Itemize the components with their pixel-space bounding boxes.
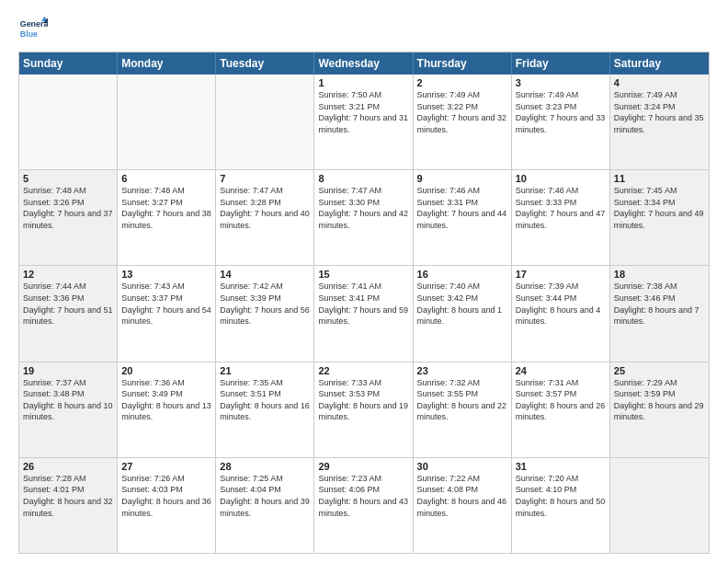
- day-number: 16: [417, 269, 507, 280]
- daylight-text: Daylight: 8 hours and 26 minutes.: [516, 400, 606, 423]
- sunrise-text: Sunrise: 7:48 AM: [23, 185, 113, 197]
- sunset-text: Sunset: 3:21 PM: [318, 101, 408, 113]
- sunrise-text: Sunrise: 7:39 AM: [516, 281, 606, 293]
- day-number: 14: [220, 269, 310, 280]
- cal-cell-empty-0-1: [118, 75, 216, 169]
- day-number: 25: [614, 365, 705, 376]
- daylight-text: Daylight: 7 hours and 56 minutes.: [220, 304, 310, 327]
- sunset-text: Sunset: 3:57 PM: [516, 388, 606, 400]
- cal-cell-22: 22Sunrise: 7:33 AMSunset: 3:53 PMDayligh…: [314, 362, 413, 457]
- sunrise-text: Sunrise: 7:25 AM: [220, 473, 310, 485]
- day-header-sunday: Sunday: [19, 52, 118, 75]
- sunrise-text: Sunrise: 7:49 AM: [516, 89, 606, 101]
- sunset-text: Sunset: 4:08 PM: [417, 484, 507, 496]
- daylight-text: Daylight: 7 hours and 42 minutes.: [318, 208, 408, 231]
- sunset-text: Sunset: 3:49 PM: [121, 388, 211, 400]
- sunrise-text: Sunrise: 7:28 AM: [23, 473, 113, 485]
- day-number: 2: [417, 77, 507, 88]
- cal-cell-21: 21Sunrise: 7:35 AMSunset: 3:51 PMDayligh…: [216, 362, 314, 457]
- daylight-text: Daylight: 8 hours and 7 minutes.: [614, 304, 705, 327]
- day-header-wednesday: Wednesday: [314, 52, 413, 75]
- day-header-thursday: Thursday: [414, 52, 512, 75]
- sunrise-text: Sunrise: 7:31 AM: [516, 377, 606, 389]
- daylight-text: Daylight: 7 hours and 47 minutes.: [516, 208, 606, 231]
- page: General Blue SundayMondayTuesdayWednesda…: [0, 0, 728, 563]
- day-number: 22: [318, 365, 408, 376]
- sunrise-text: Sunrise: 7:47 AM: [220, 185, 310, 197]
- cal-cell-20: 20Sunrise: 7:36 AMSunset: 3:49 PMDayligh…: [118, 362, 216, 457]
- sunset-text: Sunset: 3:33 PM: [516, 197, 606, 209]
- sunrise-text: Sunrise: 7:49 AM: [417, 89, 507, 101]
- day-number: 29: [318, 461, 408, 472]
- sunset-text: Sunset: 4:06 PM: [318, 484, 408, 496]
- sunset-text: Sunset: 3:24 PM: [614, 101, 705, 113]
- daylight-text: Daylight: 8 hours and 43 minutes.: [318, 496, 408, 519]
- calendar-row-3: 12Sunrise: 7:44 AMSunset: 3:36 PMDayligh…: [19, 265, 709, 361]
- daylight-text: Daylight: 7 hours and 38 minutes.: [121, 208, 211, 231]
- sunrise-text: Sunrise: 7:41 AM: [318, 281, 408, 293]
- cal-cell-28: 28Sunrise: 7:25 AMSunset: 4:04 PMDayligh…: [216, 458, 314, 553]
- day-number: 24: [516, 365, 606, 376]
- day-number: 13: [121, 269, 211, 280]
- calendar-row-1: 1Sunrise: 7:50 AMSunset: 3:21 PMDaylight…: [19, 75, 709, 169]
- logo-icon: General Blue: [18, 15, 48, 44]
- sunset-text: Sunset: 4:04 PM: [220, 484, 310, 496]
- cal-cell-29: 29Sunrise: 7:23 AMSunset: 4:06 PMDayligh…: [314, 458, 413, 553]
- calendar-row-4: 19Sunrise: 7:37 AMSunset: 3:48 PMDayligh…: [19, 362, 709, 457]
- cal-cell-31: 31Sunrise: 7:20 AMSunset: 4:10 PMDayligh…: [512, 458, 610, 553]
- sunset-text: Sunset: 3:30 PM: [318, 197, 408, 209]
- day-number: 1: [318, 77, 408, 88]
- cal-cell-18: 18Sunrise: 7:38 AMSunset: 3:46 PMDayligh…: [610, 266, 709, 361]
- daylight-text: Daylight: 8 hours and 39 minutes.: [220, 496, 310, 519]
- day-number: 30: [417, 461, 507, 472]
- cal-cell-16: 16Sunrise: 7:40 AMSunset: 3:42 PMDayligh…: [414, 266, 512, 361]
- daylight-text: Daylight: 7 hours and 37 minutes.: [23, 208, 113, 231]
- day-header-friday: Friday: [512, 52, 610, 75]
- cal-cell-4: 4Sunrise: 7:49 AMSunset: 3:24 PMDaylight…: [610, 75, 709, 169]
- daylight-text: Daylight: 8 hours and 16 minutes.: [220, 400, 310, 423]
- sunset-text: Sunset: 3:48 PM: [23, 388, 113, 400]
- calendar-body: 1Sunrise: 7:50 AMSunset: 3:21 PMDaylight…: [19, 75, 709, 553]
- sunrise-text: Sunrise: 7:47 AM: [318, 185, 408, 197]
- day-number: 21: [220, 365, 310, 376]
- day-number: 4: [614, 77, 705, 88]
- cal-cell-25: 25Sunrise: 7:29 AMSunset: 3:59 PMDayligh…: [610, 362, 709, 457]
- day-number: 18: [614, 269, 705, 280]
- cal-cell-14: 14Sunrise: 7:42 AMSunset: 3:39 PMDayligh…: [216, 266, 314, 361]
- sunrise-text: Sunrise: 7:42 AM: [220, 281, 310, 293]
- sunrise-text: Sunrise: 7:50 AM: [318, 89, 408, 101]
- day-number: 27: [121, 461, 211, 472]
- cal-cell-27: 27Sunrise: 7:26 AMSunset: 4:03 PMDayligh…: [118, 458, 216, 553]
- day-header-tuesday: Tuesday: [216, 52, 314, 75]
- sunrise-text: Sunrise: 7:22 AM: [417, 473, 507, 485]
- daylight-text: Daylight: 8 hours and 29 minutes.: [614, 400, 705, 423]
- sunrise-text: Sunrise: 7:43 AM: [121, 281, 211, 293]
- cal-cell-19: 19Sunrise: 7:37 AMSunset: 3:48 PMDayligh…: [19, 362, 118, 457]
- calendar-row-2: 5Sunrise: 7:48 AMSunset: 3:26 PMDaylight…: [19, 169, 709, 265]
- cal-cell-24: 24Sunrise: 7:31 AMSunset: 3:57 PMDayligh…: [512, 362, 610, 457]
- day-number: 5: [23, 173, 113, 184]
- sunset-text: Sunset: 3:26 PM: [23, 197, 113, 209]
- sunrise-text: Sunrise: 7:45 AM: [614, 185, 705, 197]
- cal-cell-1: 1Sunrise: 7:50 AMSunset: 3:21 PMDaylight…: [314, 75, 413, 169]
- cal-cell-7: 7Sunrise: 7:47 AMSunset: 3:28 PMDaylight…: [216, 170, 314, 265]
- day-number: 26: [23, 461, 113, 472]
- day-number: 31: [516, 461, 606, 472]
- daylight-text: Daylight: 8 hours and 46 minutes.: [417, 496, 507, 519]
- cal-cell-8: 8Sunrise: 7:47 AMSunset: 3:30 PMDaylight…: [314, 170, 413, 265]
- day-number: 11: [614, 173, 705, 184]
- day-number: 6: [121, 173, 211, 184]
- sunrise-text: Sunrise: 7:46 AM: [516, 185, 606, 197]
- day-number: 28: [220, 461, 310, 472]
- cal-cell-23: 23Sunrise: 7:32 AMSunset: 3:55 PMDayligh…: [414, 362, 512, 457]
- day-header-saturday: Saturday: [610, 52, 709, 75]
- sunrise-text: Sunrise: 7:37 AM: [23, 377, 113, 389]
- daylight-text: Daylight: 8 hours and 13 minutes.: [121, 400, 211, 423]
- sunset-text: Sunset: 3:46 PM: [614, 293, 705, 304]
- cal-cell-26: 26Sunrise: 7:28 AMSunset: 4:01 PMDayligh…: [19, 458, 118, 553]
- cal-cell-6: 6Sunrise: 7:48 AMSunset: 3:27 PMDaylight…: [118, 170, 216, 265]
- cal-cell-empty-0-2: [216, 75, 314, 169]
- cal-cell-17: 17Sunrise: 7:39 AMSunset: 3:44 PMDayligh…: [512, 266, 610, 361]
- daylight-text: Daylight: 8 hours and 32 minutes.: [23, 496, 113, 519]
- cal-cell-9: 9Sunrise: 7:46 AMSunset: 3:31 PMDaylight…: [414, 170, 512, 265]
